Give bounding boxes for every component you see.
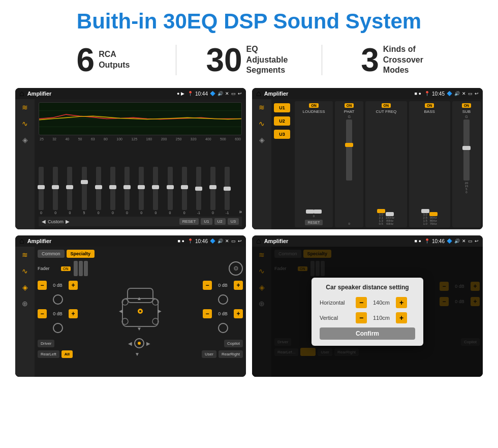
wave-side-icon-3[interactable]: ∿	[22, 267, 28, 275]
loudness-on[interactable]: ON	[309, 103, 319, 108]
vertical-plus-btn[interactable]: +	[396, 312, 407, 323]
wave-side-icon[interactable]: ∿	[22, 120, 28, 128]
dot-icons-1: ● ▶	[177, 91, 184, 96]
wave-side-icon-2[interactable]: ∿	[259, 120, 265, 128]
driver-btn[interactable]: Driver	[38, 340, 54, 347]
eq-slider-4[interactable]: 0	[96, 167, 101, 215]
freq-250: 250	[176, 137, 182, 141]
loudness-label: LOUDNESS	[303, 109, 325, 114]
eq-slider-more[interactable]: »	[239, 209, 242, 215]
copilot-btn[interactable]: Copilot	[224, 340, 243, 347]
speaker-section: − 0 dB + − 0 dB +	[38, 279, 243, 335]
dialog-title: Car speaker distance setting	[320, 284, 415, 291]
camera-icon-3: 🔷	[210, 238, 215, 244]
reset-btn[interactable]: RESET	[179, 218, 199, 225]
u2-btn[interactable]: U2	[214, 218, 226, 225]
user-btn[interactable]: User	[202, 350, 216, 358]
fader-slider-3[interactable]	[84, 261, 88, 276]
dialog-overlay: Car speaker distance setting Horizontal …	[252, 247, 483, 377]
speaker-circle-br	[203, 323, 243, 333]
x-icon-3: ✕	[225, 238, 229, 244]
center-adjust-icon[interactable]	[134, 338, 144, 348]
fader-tabs: Common Specialty	[38, 250, 243, 258]
vertical-minus-btn[interactable]: −	[356, 312, 367, 323]
side-icons-1: ≋ ∿ ◈	[15, 99, 35, 229]
horizontal-minus-btn[interactable]: −	[356, 297, 367, 308]
u3-btn[interactable]: U3	[228, 218, 239, 225]
speaker-side-icon[interactable]: ◈	[22, 136, 28, 144]
fader-slider-2[interactable]	[79, 261, 83, 276]
speaker-side-icon-2[interactable]: ◈	[259, 136, 265, 144]
eq-slider-2[interactable]: 0	[67, 167, 72, 215]
fader-on-badge[interactable]: ON	[61, 266, 71, 271]
speaker-side-icon-3[interactable]: ◈	[22, 283, 28, 291]
time-3: 10:46	[195, 238, 208, 244]
sub-on[interactable]: ON	[462, 103, 472, 108]
u2-button[interactable]: U2	[274, 116, 290, 126]
app-title-3: Amplifier	[27, 238, 175, 244]
vol-plus-tl[interactable]: +	[69, 281, 78, 290]
eq-slider-5[interactable]: 0	[110, 167, 115, 215]
slider-track-0[interactable]	[39, 167, 44, 210]
freq-80: 80	[104, 137, 108, 141]
stat-number-rca: 6	[77, 44, 95, 76]
eq-slider-11[interactable]: -1	[196, 167, 201, 215]
eq-slider-1[interactable]: 0	[53, 167, 58, 215]
vertical-row: Vertical − 110cm +	[320, 312, 415, 323]
eq-side-icon-3[interactable]: ≋	[22, 251, 28, 259]
bass-label: BASS	[424, 109, 434, 114]
eq-side-icon-2[interactable]: ≋	[259, 103, 265, 111]
eq-slider-7[interactable]: 0	[139, 167, 144, 215]
prev-btn[interactable]: ◀	[42, 219, 46, 224]
cutfreq-on[interactable]: ON	[382, 103, 391, 108]
eq-slider-3[interactable]: 5	[82, 167, 87, 215]
u3-button[interactable]: U3	[274, 130, 290, 139]
horizontal-plus-btn[interactable]: +	[396, 297, 407, 308]
eq-slider-10[interactable]: 0	[182, 167, 187, 215]
confirm-button[interactable]: Confirm	[320, 327, 415, 340]
volume-icon-3: 🔊	[217, 238, 223, 244]
reset-crossover-btn[interactable]: RESET	[305, 220, 323, 225]
vol-minus-br[interactable]: −	[203, 309, 212, 318]
rearright-btn[interactable]: RearRight	[219, 350, 243, 358]
rearleft-btn[interactable]: RearLeft	[38, 350, 59, 358]
eq-slider-9[interactable]: 0	[168, 167, 173, 215]
u1-btn[interactable]: U1	[201, 218, 212, 225]
tab-common[interactable]: Common	[38, 250, 65, 258]
home-icon-3: ⌂	[19, 236, 24, 246]
preset-label: Custom	[48, 219, 64, 224]
eq-slider-13[interactable]: -1	[225, 167, 230, 215]
vol-minus-tl[interactable]: −	[38, 281, 47, 290]
eq-slider-8[interactable]: 0	[153, 167, 158, 215]
bass-on[interactable]: ON	[425, 103, 434, 108]
settings-circle-icon[interactable]: ⚙	[229, 261, 243, 276]
vol-minus-bl[interactable]: −	[38, 309, 47, 318]
stat-text-crossover: Kinds ofCrossover Modes	[383, 44, 429, 76]
ctrl-sub: ON SUB G 201550	[452, 101, 481, 227]
vol-plus-tr[interactable]: +	[234, 281, 243, 290]
crossover-controls: ON LOUDNESS ~ ~	[295, 101, 481, 227]
eq-slider-6[interactable]: 0	[124, 167, 130, 215]
eq-slider-12[interactable]: 0	[210, 167, 215, 215]
vol-plus-bl[interactable]: +	[69, 309, 78, 318]
u1-button[interactable]: U1	[274, 103, 290, 112]
phat-on[interactable]: ON	[345, 103, 354, 108]
eq-slider-0[interactable]: 0	[39, 167, 44, 215]
cutfreq-label: CUT FREQ	[376, 109, 396, 114]
phat-slider[interactable]	[346, 120, 352, 181]
vol-minus-tr[interactable]: −	[203, 281, 212, 290]
stat-text-rca: RCAOutputs	[99, 49, 130, 71]
sub-slider[interactable]	[463, 120, 470, 181]
all-btn[interactable]: All	[61, 350, 73, 358]
left-volumes: − 0 dB + − 0 dB +	[38, 279, 78, 335]
fader-slider-1[interactable]	[74, 261, 78, 276]
stat-rca: 6 RCAOutputs	[30, 44, 176, 76]
surround-side-icon-3[interactable]: ⊕	[22, 300, 28, 308]
vol-plus-br[interactable]: +	[234, 309, 243, 318]
next-btn[interactable]: ▶	[66, 219, 70, 224]
tab-specialty[interactable]: Specialty	[67, 250, 95, 258]
ctrl-bass: ON BASS F 3.02.51.51.0	[409, 101, 450, 227]
app-title-1: Amplifier	[27, 91, 174, 97]
eq-side-icon[interactable]: ≋	[22, 103, 28, 111]
vol-control-tl: − 0 dB +	[38, 281, 78, 290]
